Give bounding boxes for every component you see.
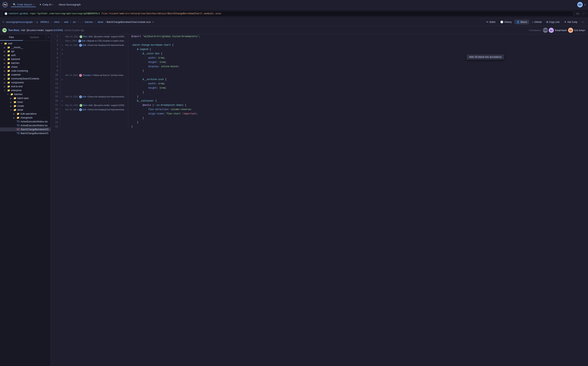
tree-item-create[interactable]: ▶ 📁 create bbox=[0, 104, 51, 108]
blame-author[interactable]: Tom • bbox=[83, 104, 89, 106]
blame-button[interactable]: 👤 Blame bbox=[514, 20, 529, 24]
tree-item-code-monitoring[interactable]: ▶ 📁 code-monitoring bbox=[0, 69, 51, 73]
user-avatar[interactable]: BD bbox=[577, 2, 583, 8]
sidebar-collapse-btn[interactable]: « bbox=[46, 34, 51, 41]
blame-author[interactable]: Thorsten • bbox=[82, 74, 93, 76]
expand-btn[interactable]: ▾ bbox=[61, 77, 64, 82]
tree-item-burndown-scss[interactable]: SC BatchChangeBurndownCh bbox=[0, 128, 51, 131]
tree-item-web[interactable]: ▼ 📁 web bbox=[0, 42, 51, 46]
code-content bbox=[128, 39, 588, 43]
table-row: 5▾ &__color-box { bbox=[51, 52, 588, 56]
github-button[interactable]: ⌂ GitHub bbox=[530, 20, 544, 24]
blame-author[interactable]: Erik • bbox=[82, 40, 87, 42]
table-row: 22} bbox=[51, 124, 588, 129]
nav-cody-ai[interactable]: ✦ Cody AI ▾ bbox=[37, 2, 55, 7]
breadcrumb-repo[interactable]: sourcegraph/sourcegraph bbox=[5, 20, 34, 24]
expand-btn[interactable]: ▾ bbox=[61, 103, 64, 107]
blame-date: Mar 15, 2021 bbox=[65, 108, 79, 111]
regex-btn[interactable]: .* bbox=[582, 12, 586, 16]
copy-link-button[interactable]: ⧉ Copy Link bbox=[544, 20, 562, 25]
breadcrumb-detail[interactable]: detail bbox=[96, 20, 104, 24]
code-content: height: 1rem; bbox=[128, 60, 588, 64]
folder-icon-code-monitoring: 📁 bbox=[7, 69, 10, 72]
contributor-own[interactable]: OWN bbox=[543, 28, 548, 33]
tree-item-api[interactable]: ▶ 📁 api bbox=[0, 49, 51, 53]
nav-code-search[interactable]: 🔍 Code Search ▾ bbox=[11, 2, 36, 7]
nav-about[interactable]: About Sourcegraph bbox=[57, 2, 82, 7]
search-input-container[interactable]: 🕐 context:global repo:^github\.com/sourc… bbox=[2, 11, 573, 17]
tree-item-codeintel[interactable]: ▶ 📁 codeintel bbox=[0, 73, 51, 77]
blame-date: Mar 15, 2021 bbox=[65, 44, 79, 46]
tree-item-active-exec-tsx[interactable]: TS ActiveExecutionNotice.tsx bbox=[0, 123, 51, 128]
tree-item-changesets[interactable]: ▶ 📁 changesets bbox=[0, 116, 51, 120]
logo[interactable] bbox=[2, 2, 8, 8]
breadcrumb-filename: BatchChangeBurndownChart.module.scss bbox=[107, 21, 151, 23]
blame-author[interactable]: Erik • bbox=[82, 108, 88, 111]
blame-author[interactable]: Erik • bbox=[82, 44, 88, 46]
tree-item-community-search[interactable]: ▶ 📁 communitySearchContexts bbox=[0, 77, 51, 81]
main-layout: Files Symbols « ▼ 📁 web ▶ 📁 __mocks__ ▶ … bbox=[0, 34, 588, 366]
breadcrumb-src[interactable]: src bbox=[72, 20, 77, 24]
line-number: 11 bbox=[51, 77, 61, 82]
code-content: } bbox=[128, 69, 588, 73]
blame-message: Some low hanging fruit improvements fo..… bbox=[88, 44, 128, 46]
blame-date: Mar 24, 2021 bbox=[65, 74, 79, 76]
expand-btn bbox=[61, 120, 64, 124]
expand-btn[interactable]: ▾ bbox=[61, 43, 64, 47]
expand-btn bbox=[61, 107, 64, 112]
copy-filename-icon[interactable]: ⧉ bbox=[152, 21, 154, 23]
erik-avatar-img: ES bbox=[568, 28, 573, 32]
blame-author[interactable]: Erik • bbox=[82, 95, 88, 98]
tree-item-e2e[interactable]: ▶ 📁 end-to-end bbox=[0, 84, 51, 88]
code-scroll[interactable]: 1May 10, 2021 TTom • Add `@custom-media`… bbox=[51, 34, 588, 366]
editor-button[interactable]: ✏ Editor bbox=[484, 20, 498, 24]
tree-item-auth[interactable]: ▶ 📁 auth bbox=[0, 53, 51, 57]
breadcrumb-client[interactable]: client bbox=[53, 20, 61, 24]
expand-btn[interactable]: ▾ bbox=[61, 52, 64, 56]
more-actions-button[interactable]: ··· bbox=[580, 20, 586, 25]
tree-item-active-exec-sto[interactable]: TS ActiveExecutionNotice.sto bbox=[0, 120, 51, 123]
breadcrumb-batches[interactable]: batches bbox=[84, 20, 94, 24]
code-content: &__color-box { bbox=[128, 52, 588, 56]
expand-btn[interactable]: ▾ bbox=[61, 47, 64, 52]
tree-item-close[interactable]: ▶ 📁 close bbox=[0, 100, 51, 104]
tree-item-ent-batches[interactable]: ▼ 📁 batches bbox=[0, 92, 51, 96]
tab-symbols[interactable]: Symbols bbox=[23, 34, 46, 41]
blame-author[interactable]: Tom • bbox=[83, 35, 89, 38]
match-case-btn[interactable]: Aa bbox=[575, 12, 580, 16]
user-menu-chevron[interactable]: ▾ bbox=[584, 3, 586, 6]
tree-label-detail: detail bbox=[17, 108, 49, 111]
tree-label-ent-batches: batches bbox=[14, 93, 49, 96]
contributor-bolaji[interactable]: BJ bbox=[549, 28, 554, 33]
ask-cody-button[interactable]: ✦ Ask Cody bbox=[562, 20, 580, 24]
tree-item-enterprise[interactable]: ▼ 📁 enterprise bbox=[0, 88, 51, 92]
arrow-create: ▶ bbox=[9, 105, 13, 107]
tree-item-bulk-ops[interactable]: ▶ 📁 bulk-operations bbox=[0, 112, 51, 116]
tree-item-batches-web[interactable]: ▶ 📁 batches bbox=[0, 61, 51, 65]
line-number: 3 bbox=[51, 43, 61, 47]
history-button[interactable]: 🕐 History bbox=[498, 20, 514, 24]
tree-item-detail[interactable]: ▼ 📁 detail bbox=[0, 108, 51, 112]
line-number: 22 bbox=[51, 124, 61, 129]
arrow-ent-batches: ▼ bbox=[6, 93, 9, 95]
repo-icon: ⊟ bbox=[2, 21, 4, 23]
tab-files[interactable]: Files bbox=[0, 34, 23, 41]
arrow-codeintel: ▶ bbox=[3, 74, 6, 76]
commit-link[interactable]: #20696 bbox=[54, 29, 62, 32]
tree-item-charts[interactable]: ▶ 📁 charts bbox=[0, 65, 51, 69]
breadcrumb-web[interactable]: web bbox=[63, 20, 70, 24]
tree-item-components[interactable]: ▶ 📁 components bbox=[0, 81, 51, 84]
tree-item-burndown-ts[interactable]: TS BatchChangeBurndownCh bbox=[0, 131, 51, 135]
arrow-batches-web: ▶ bbox=[3, 62, 6, 64]
breadcrumb-commit[interactable]: 99656c1 bbox=[39, 20, 50, 24]
contributor-erik[interactable]: ES bbox=[568, 28, 573, 33]
expand-btn[interactable]: ▾ bbox=[61, 99, 64, 103]
code-content: @import 'wildcard/src/global-styles/brea… bbox=[128, 34, 588, 39]
bolaji-name: BolajiOlajide bbox=[555, 29, 567, 31]
tree-item-mocks[interactable]: ▶ 📁 __mocks__ bbox=[0, 46, 51, 49]
tree-label-batches-web: batches bbox=[11, 62, 49, 64]
tree-item-backend[interactable]: ▶ 📁 backend bbox=[0, 57, 51, 61]
sidebar-tabs: Files Symbols « bbox=[0, 34, 51, 41]
tree-item-batch-spec[interactable]: ▶ 📁 batch-spec bbox=[0, 96, 51, 100]
author-name[interactable]: Tom Ross bbox=[8, 29, 19, 32]
